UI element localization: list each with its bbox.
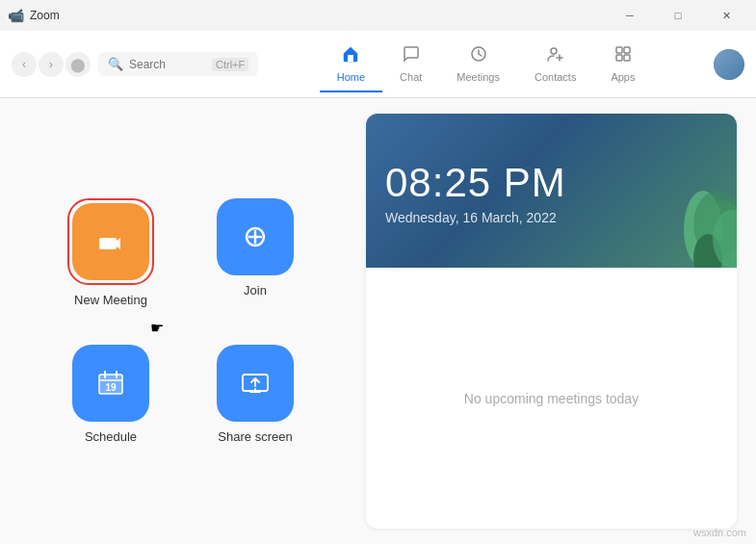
tab-apps[interactable]: Apps	[593, 37, 652, 92]
svg-text:19: 19	[105, 382, 117, 393]
join-item[interactable]: Join	[202, 198, 308, 329]
titlebar-left: 📹 Zoom	[8, 8, 60, 23]
back-button[interactable]: ‹	[12, 52, 37, 77]
join-button[interactable]	[217, 198, 294, 275]
toolbar: ‹ › ⬤ 🔍 Ctrl+F Home	[0, 31, 756, 98]
svg-rect-5	[616, 55, 622, 61]
nav-tabs: Home Chat Meetings	[266, 37, 706, 92]
apps-icon	[613, 44, 633, 68]
watermark: wsxdn.com	[693, 527, 746, 538]
svg-rect-0	[348, 55, 353, 62]
main-content: New Meeting ☛ Join	[0, 98, 756, 544]
new-meeting-item[interactable]: New Meeting ☛	[58, 198, 164, 329]
tab-home-label: Home	[337, 71, 365, 83]
svg-rect-6	[624, 55, 630, 61]
schedule-item[interactable]: 19 Schedule	[58, 345, 164, 444]
titlebar-controls: ─ □ ✕	[608, 0, 748, 31]
maximize-button[interactable]: □	[656, 0, 700, 31]
actions-panel: New Meeting ☛ Join	[19, 114, 347, 529]
tab-chat[interactable]: Chat	[382, 37, 439, 92]
share-screen-button[interactable]	[217, 345, 294, 422]
new-meeting-label: New Meeting	[74, 293, 147, 307]
tab-apps-label: Apps	[611, 71, 635, 83]
contacts-icon	[546, 44, 565, 68]
back-icon: ‹	[22, 58, 26, 71]
new-meeting-selection-ring	[67, 198, 154, 285]
avatar-image	[714, 49, 744, 80]
close-button[interactable]: ✕	[704, 0, 748, 31]
tab-meetings[interactable]: Meetings	[439, 37, 517, 92]
cursor-icon: ☛	[150, 319, 164, 337]
tab-home[interactable]: Home	[320, 37, 382, 92]
share-screen-item[interactable]: Share screen	[202, 345, 308, 444]
app-title: Zoom	[30, 9, 60, 22]
svg-rect-4	[624, 47, 630, 53]
actions-grid: New Meeting ☛ Join	[39, 189, 327, 453]
join-label: Join	[244, 283, 267, 298]
more-button[interactable]: ⬤	[65, 52, 91, 77]
nav-buttons: ‹ › ⬤	[12, 52, 91, 77]
plant-decoration	[621, 171, 737, 268]
search-bar[interactable]: 🔍 Ctrl+F	[98, 52, 258, 76]
tab-contacts-label: Contacts	[534, 71, 576, 83]
tab-contacts[interactable]: Contacts	[517, 37, 593, 92]
home-icon	[341, 44, 360, 68]
clock-header: 08:25 PM Wednesday, 16 March, 2022	[366, 114, 737, 268]
schedule-button[interactable]: 19	[72, 345, 149, 422]
search-icon: 🔍	[108, 57, 123, 71]
tab-meetings-label: Meetings	[456, 71, 500, 83]
app-logo-icon: 📹	[8, 8, 24, 23]
schedule-label: Schedule	[85, 429, 137, 444]
svg-point-2	[551, 48, 557, 54]
titlebar: 📹 Zoom ─ □ ✕	[0, 0, 756, 31]
new-meeting-button[interactable]	[72, 203, 149, 280]
search-input[interactable]	[129, 58, 206, 71]
minimize-button[interactable]: ─	[608, 0, 652, 31]
meetings-icon	[469, 44, 488, 68]
no-meetings-text: No upcoming meetings today	[366, 268, 737, 529]
forward-button[interactable]: ›	[39, 52, 64, 77]
calendar-panel: 08:25 PM Wednesday, 16 March, 2022 No up…	[366, 114, 737, 529]
avatar[interactable]	[714, 49, 744, 80]
share-screen-label: Share screen	[218, 429, 292, 444]
more-icon: ⬤	[70, 57, 86, 72]
tab-chat-label: Chat	[400, 71, 422, 83]
forward-icon: ›	[49, 58, 53, 71]
search-shortcut: Ctrl+F	[212, 58, 248, 71]
svg-rect-3	[616, 47, 622, 53]
chat-icon	[402, 44, 421, 68]
